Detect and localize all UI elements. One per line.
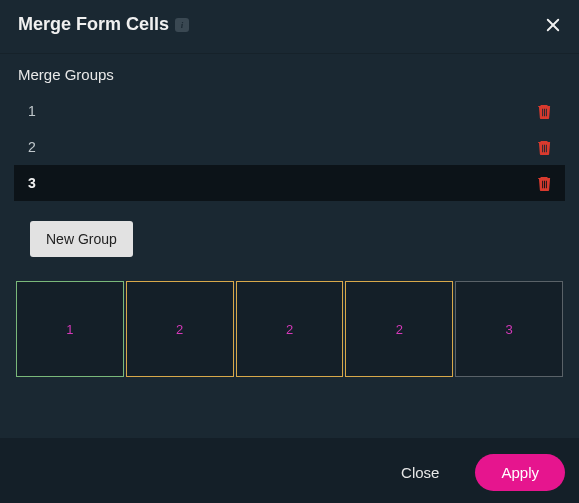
form-cell[interactable]: 3	[455, 281, 563, 377]
new-group-button[interactable]: New Group	[30, 221, 133, 257]
form-cell[interactable]: 2	[236, 281, 344, 377]
trash-icon[interactable]	[537, 139, 551, 155]
merge-group-row[interactable]: 3	[14, 165, 565, 201]
cell-label: 1	[66, 322, 73, 337]
form-cells-row: 12223	[14, 281, 565, 377]
cell-label: 2	[396, 322, 403, 337]
trash-icon[interactable]	[537, 103, 551, 119]
trash-icon[interactable]	[537, 175, 551, 191]
cell-label: 3	[505, 322, 512, 337]
dialog-title: Merge Form Cells	[18, 14, 169, 35]
form-cell[interactable]: 1	[16, 281, 124, 377]
close-button[interactable]: Close	[383, 454, 457, 491]
merge-form-cells-dialog: Merge Form Cells i Merge Groups 123 New …	[0, 0, 579, 503]
cell-label: 2	[286, 322, 293, 337]
close-icon[interactable]	[543, 15, 563, 35]
apply-button[interactable]: Apply	[475, 454, 565, 491]
merge-group-list: 123	[14, 93, 565, 201]
group-label: 1	[28, 103, 36, 119]
form-cell[interactable]: 2	[345, 281, 453, 377]
merge-group-row[interactable]: 1	[14, 93, 565, 129]
dialog-header: Merge Form Cells i	[0, 0, 579, 54]
merge-group-row[interactable]: 2	[14, 129, 565, 165]
group-label: 3	[28, 175, 36, 191]
dialog-footer: Close Apply	[0, 438, 579, 503]
cell-label: 2	[176, 322, 183, 337]
group-label: 2	[28, 139, 36, 155]
form-cell[interactable]: 2	[126, 281, 234, 377]
dialog-content: Merge Groups 123 New Group 12223	[0, 54, 579, 438]
merge-groups-title: Merge Groups	[14, 66, 565, 83]
header-title-group: Merge Form Cells i	[18, 14, 189, 35]
info-icon[interactable]: i	[175, 18, 189, 32]
